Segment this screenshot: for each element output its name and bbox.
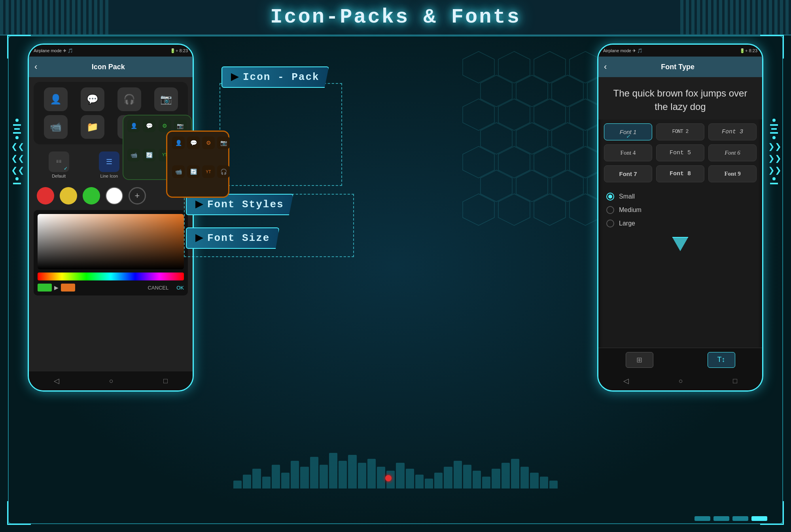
callout-font-size: Font Size xyxy=(186,227,279,249)
corner-tr xyxy=(760,35,784,59)
float-icon-3: ⚙ xyxy=(159,119,171,132)
size-small[interactable]: Small xyxy=(606,193,754,201)
toolbar-grid-icon[interactable]: ⊞ xyxy=(626,352,653,368)
equalizer xyxy=(233,449,558,488)
status-left: Airplane mode ✈ 🎵 xyxy=(34,48,73,53)
icon-message[interactable]: 💬 xyxy=(81,87,104,111)
size-medium-label: Medium xyxy=(619,206,642,214)
right-status-right: 🔋+ 8:23 xyxy=(740,48,757,53)
font-cell-9[interactable]: Font 9 xyxy=(708,165,757,182)
icon-camera[interactable]: 📷 xyxy=(154,87,178,111)
red-dot xyxy=(385,475,392,481)
float-icon-o1: 👤 xyxy=(172,136,185,149)
right-phone-nav: ◁ ○ □ xyxy=(598,371,762,390)
radio-small-inner xyxy=(608,195,612,199)
size-large[interactable]: Large xyxy=(606,220,754,227)
arrow-right-icon: ▶ xyxy=(54,284,59,291)
font-cell-2[interactable]: FONT 2 xyxy=(656,123,704,140)
cancel-button[interactable]: CANCEL xyxy=(148,285,168,291)
icon-person[interactable]: 👤 xyxy=(44,87,68,111)
nav-recents-icon[interactable]: □ xyxy=(163,377,168,385)
eq-bar xyxy=(339,461,347,488)
eq-bar xyxy=(377,467,385,488)
radio-medium-outer xyxy=(606,206,614,214)
side-decor-left: ❮❮ ❮❮ ❮❮ xyxy=(11,119,23,184)
right-nav-home-icon[interactable]: ○ xyxy=(679,377,683,385)
float-icon-2: 💬 xyxy=(143,119,155,132)
dot-2 xyxy=(713,516,729,521)
back-button[interactable]: ‹ xyxy=(34,62,37,72)
eq-bar xyxy=(252,469,261,488)
font-cell-5[interactable]: Font 5 xyxy=(656,144,704,161)
right-screen-title: Font Type xyxy=(611,63,745,71)
dot-4 xyxy=(751,516,767,521)
icon-type-default[interactable]: ⠿⠿ ✓ Default xyxy=(49,151,69,178)
font-cell-6[interactable]: Font 6 xyxy=(708,144,757,161)
color-picker-bottom: ▶ CANCEL OK xyxy=(38,284,184,292)
eq-bar xyxy=(300,467,308,488)
callout-icon-pack: Icon - Pack xyxy=(221,66,329,88)
right-back-button[interactable]: ‹ xyxy=(604,62,607,72)
font-cell-7[interactable]: Font 7 xyxy=(604,165,652,182)
right-phone-header: ‹ Font Type xyxy=(598,57,762,77)
icon-type-line[interactable]: ☰ Line Icon xyxy=(99,151,119,178)
right-nav-recents-icon[interactable]: □ xyxy=(733,377,737,385)
phone-right: Airplane mode ✈ 🎵 🔋+ 8:23 ‹ Font Type Th… xyxy=(597,44,763,392)
nav-home-icon[interactable]: ○ xyxy=(109,377,114,385)
eq-bar xyxy=(492,469,500,488)
eq-bar xyxy=(454,461,462,488)
float-icon-o7: YT xyxy=(202,165,215,178)
float-panel-orange: 👤 💬 ⚙ 📷 📹 🔄 YT 🎧 xyxy=(166,131,229,198)
float-icon-o6: 🔄 xyxy=(187,165,200,178)
font-cell-3[interactable]: Font 3 xyxy=(708,123,757,140)
float-icon-o4: 📷 xyxy=(217,136,230,149)
color-add-button[interactable]: + xyxy=(129,187,146,204)
size-medium[interactable]: Medium xyxy=(606,206,754,214)
float-icon-6: 🔄 xyxy=(143,149,155,161)
radio-small-outer xyxy=(606,193,614,201)
color-yellow[interactable] xyxy=(60,187,77,204)
callout-icon-pack-label: Icon - Pack xyxy=(221,66,329,88)
corner-bl xyxy=(7,501,31,525)
eq-bar xyxy=(358,463,366,488)
dot-3 xyxy=(732,516,748,521)
phone-left: Airplane mode ✈ 🎵 🔋+ 8:23 ‹ Icon Pack 👤 … xyxy=(28,44,194,392)
float-icon-o2: 💬 xyxy=(187,136,200,149)
font-preview-text: The quick brown fox jumps over the lazy … xyxy=(606,87,754,113)
eq-bar xyxy=(367,459,376,488)
icon-folder[interactable]: 📁 xyxy=(81,115,104,139)
eq-bar xyxy=(281,473,290,488)
font-preview-area: The quick brown fox jumps over the lazy … xyxy=(598,77,762,119)
color-row: + xyxy=(34,186,188,206)
eq-bar xyxy=(291,461,299,488)
font-cell-8[interactable]: Font 8 xyxy=(656,165,704,182)
right-nav-back-icon[interactable]: ◁ xyxy=(623,377,629,385)
ok-button[interactable]: OK xyxy=(176,285,184,291)
color-picker-hue[interactable] xyxy=(38,273,184,280)
font-cell-4[interactable]: Font 4 xyxy=(604,144,652,161)
font-1-check: ✓ xyxy=(626,134,630,139)
float-icon-1: 👤 xyxy=(127,119,140,132)
float-icon-o3: ⚙ xyxy=(202,136,215,149)
page-title: Icon-Packs & Fonts xyxy=(270,6,521,29)
eq-bar xyxy=(473,471,481,488)
eq-bar xyxy=(425,479,433,488)
size-large-label: Large xyxy=(619,220,635,227)
color-green[interactable] xyxy=(83,187,100,204)
eq-bar xyxy=(272,465,280,488)
nav-back-icon[interactable]: ◁ xyxy=(54,377,59,385)
corner-tl xyxy=(7,35,31,59)
eq-bar xyxy=(520,467,529,488)
eq-bar xyxy=(329,453,337,488)
color-white[interactable] xyxy=(106,187,123,204)
color-red[interactable] xyxy=(37,187,54,204)
icon-headset[interactable]: 🎧 xyxy=(117,87,141,111)
top-banner: Icon-Packs & Fonts xyxy=(0,0,791,36)
color-picker-gradient[interactable] xyxy=(38,214,184,269)
radio-large-outer xyxy=(606,220,614,227)
toolbar-font-icon[interactable]: T↕ xyxy=(708,352,735,368)
icon-video[interactable]: 📹 xyxy=(44,115,68,139)
float-icon-o5: 📹 xyxy=(172,165,185,178)
float-icon-o8: 🎧 xyxy=(217,165,230,178)
font-cell-1[interactable]: Font 1 ✓ xyxy=(604,123,652,140)
